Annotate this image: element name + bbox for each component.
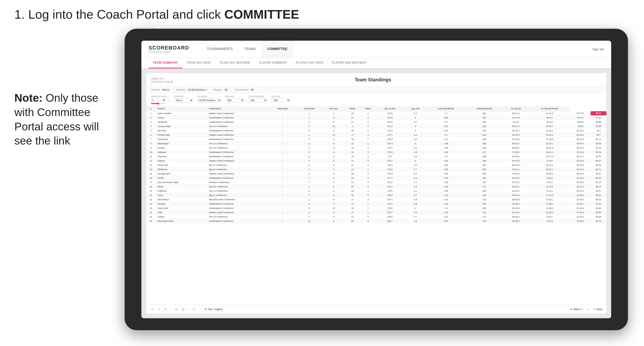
table-row[interactable]: 7TennesseeSoutheastern Conference–461822… [146, 137, 606, 141]
conference-group: Conference (All) [248, 95, 268, 103]
division-label: Division: [176, 88, 186, 91]
table-row[interactable]: 1North CarolinaAtlantic Coast Conference… [146, 111, 606, 116]
table-row[interactable]: 4Arizona StatePac-12 Conference–12611274… [146, 124, 606, 129]
table-row[interactable]: 10AlabamaSoutheastern Conference–5823327… [146, 150, 606, 154]
min-rounds-max-input[interactable] [162, 98, 169, 102]
subnav-player-h2h-heatmap[interactable]: PLAYER H2H HEATMAP [328, 58, 370, 68]
toolbar-sep1: | [171, 308, 171, 311]
table-row[interactable]: 3VanderbiltSoutheastern Conference–28276… [146, 120, 606, 124]
subnav-team-h2h-heatmap[interactable]: TEAM H2H HEATMAP [215, 58, 254, 68]
table-row[interactable]: 16FloridaSoutheastern Conference–7924427… [146, 176, 606, 180]
table-row[interactable]: 9ArizonaPac-12 Conference–38234276.3-6.1… [146, 146, 606, 150]
subnav-player-h2h-grid[interactable]: PLAYER H2H GRID [292, 58, 328, 68]
watch-button[interactable]: 👁 Watch ▾ [570, 308, 582, 311]
panel-header: Update time: 27/03/2024 16:56:26 Team St… [146, 73, 606, 86]
logo-sub: Powered by clippd [148, 50, 189, 53]
table-row[interactable]: 20TexasBig 12 Conference–39268278.8-0.71… [146, 193, 606, 197]
table-row[interactable]: 15Georgia TechAtlantic Coast Conference–… [146, 172, 606, 176]
share-label: Share [596, 308, 602, 311]
view-label: View: Original [208, 308, 223, 311]
view-icon: 👁 [204, 308, 207, 311]
table-row[interactable]: 12VirginiaAtlantic Coast Conference–3821… [146, 159, 606, 163]
committee-bold: COMMITTEE [224, 7, 299, 21]
table-container: # School Conference Reg Rank Conf Rank N… [146, 106, 606, 305]
refresh-icon[interactable]: ↻ [164, 307, 168, 312]
note-text: Note: Only those with Committee Portal a… [14, 91, 101, 148]
region-select[interactable]: N/A [225, 98, 244, 103]
clock-icon[interactable]: 🕐 [192, 307, 196, 312]
col-rnds: Rnds [345, 106, 360, 111]
gender-value: Men's [162, 88, 169, 91]
region-filter-info: Region: All [214, 88, 228, 91]
table-row[interactable]: 26Mississippi StateSoutheastern Conferen… [146, 219, 606, 223]
expand-icon[interactable]: ⤢ [586, 307, 590, 312]
col-low-rd: Low Overall Rd. [426, 106, 466, 111]
note-area: Note: Only those with Committee Portal a… [14, 91, 101, 148]
toolbar-sep3: | [199, 308, 200, 311]
gender-label: Gender: [151, 88, 160, 91]
standings-table: # School Conference Reg Rank Conf Rank N… [146, 106, 606, 223]
table-row[interactable]: 6Florida StateAtlantic Coast Conference–… [146, 133, 606, 137]
col-reg-rank: Reg Rank [270, 106, 296, 111]
instruction-body: Log into the Coach Portal and click [28, 7, 224, 21]
table-row[interactable]: 24DukeAtlantic Coast Conference–59271279… [146, 210, 606, 215]
undo-icon[interactable]: ↩ [150, 307, 154, 312]
subnav-team-summary[interactable]: TEAM SUMMARY [148, 58, 182, 68]
filter-controls: Minimum Rou... – Gender [146, 93, 606, 106]
table-row[interactable]: 25OregonPac-12 Conference–59210279.5-3.1… [146, 215, 606, 219]
table-row[interactable]: 22GeorgiaSoutheastern Conference–8721127… [146, 202, 606, 206]
col-adj-par: Adj. To Par [376, 106, 404, 111]
region-group: Region N/A [225, 95, 244, 103]
table-row[interactable]: 19CaliforniaPac-12 Conference–48242278.2… [146, 189, 606, 193]
nav-teams[interactable]: TEAMS [238, 41, 262, 58]
table-row[interactable]: 11ArkansasSoutheastern Conference–682332… [146, 154, 606, 159]
app-header: SCOREBOARD Powered by clippd TOURNAMENTS… [142, 41, 611, 58]
redo-icon[interactable]: ↪ [157, 307, 161, 312]
conference-select[interactable]: (All) [248, 98, 268, 103]
gender-select[interactable]: Men's [174, 98, 193, 103]
copy-icon[interactable]: ⧉ [174, 307, 178, 312]
sign-out-area: | Sign out [588, 47, 604, 51]
table-row[interactable]: 5Ole MissSoutheastern Conference–3618127… [146, 129, 606, 133]
update-label: Update time: [151, 77, 173, 80]
tablet-device: SCOREBOARD Powered by clippd TOURNAMENTS… [125, 29, 628, 330]
col-overall-rec: Overall Record [466, 106, 503, 111]
table-row[interactable]: 8WashingtonPac-12 Conference–28231276.3-… [146, 141, 606, 146]
table-row[interactable]: 21New MexicoMountain West Conference–191… [146, 197, 606, 202]
table-row[interactable]: 13Texas TechBig 12 Conference–19272276.9… [146, 163, 606, 167]
region-value: All [224, 88, 228, 91]
share-button[interactable]: ↗ Share [593, 308, 602, 311]
sub-nav: TEAM SUMMARY TEAM H2H GRID TEAM H2H HEAT… [142, 58, 611, 68]
table-row[interactable]: 23Texas A&MSoutheastern Conference–91030… [146, 206, 606, 210]
slider-thumb [157, 103, 159, 105]
gender-filter-info: Gender: Men's [151, 88, 169, 91]
col-avg-sg: Avg. SG [404, 106, 426, 111]
subnav-player-summary[interactable]: PLAYER SUMMARY [255, 58, 292, 68]
sign-out-button[interactable]: Sign out [592, 47, 604, 51]
school-select[interactable]: (All) [271, 98, 290, 103]
paste-icon[interactable]: 📋 [181, 307, 185, 312]
subnav-team-h2h-grid[interactable]: TEAM H2H GRID [182, 58, 215, 68]
table-row[interactable]: 2AuburnSoutheastern Conference–19276273.… [146, 116, 606, 120]
view-original-button[interactable]: 👁 View: Original [202, 307, 225, 311]
division-select[interactable]: NCAA Division I [197, 98, 222, 103]
toolbar-sep2: | [188, 308, 189, 311]
table-row[interactable]: 14OklahomaBig 12 Conference–29242276.9-3… [146, 167, 606, 172]
table-row[interactable]: 17East Tennessee StateSouthern Conferenc… [146, 180, 606, 184]
col-wins: Wins [360, 106, 376, 111]
filter-info-row: Gender: Men's Division: NCAA Division I … [146, 86, 606, 93]
min-rounds-control: – [151, 98, 170, 102]
col-rank: # [146, 106, 156, 111]
tablet-screen: SCOREBOARD Powered by clippd TOURNAMENTS… [142, 41, 611, 318]
nav-tournaments[interactable]: TOURNAMENTS [201, 41, 238, 58]
conference-ctrl-label: Conference [248, 95, 268, 98]
rounds-slider[interactable] [151, 103, 165, 104]
main-nav: TOURNAMENTS TEAMS COMMITTEE [201, 41, 588, 58]
min-rounds-min-input[interactable] [151, 98, 158, 102]
step-number: 1. [14, 7, 25, 21]
header-row: # School Conference Reg Rank Conf Rank N… [146, 106, 606, 111]
logo-main: SCOREBOARD [148, 45, 189, 50]
table-row[interactable]: 18IllinoisBig Ten Conference–18231279.1-… [146, 184, 606, 189]
nav-committee[interactable]: COMMITTEE [262, 41, 293, 58]
update-time-value: 27/03/2024 16:56:26 [151, 80, 173, 84]
